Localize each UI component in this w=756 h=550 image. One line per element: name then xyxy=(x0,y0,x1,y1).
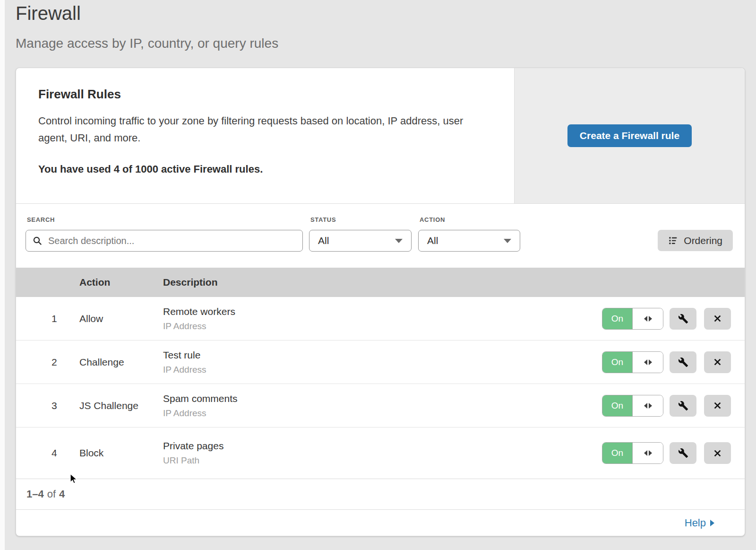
pagination-total: 4 xyxy=(59,488,65,500)
overview-text-block: Firewall Rules Control incoming traffic … xyxy=(16,68,514,203)
page-header: Firewall Manage access by IP, country, o… xyxy=(16,3,278,51)
rule-description: Private pages xyxy=(163,440,602,452)
table-row: 2 Challenge Test rule IP Address On xyxy=(16,340,745,384)
delete-rule-button[interactable] xyxy=(704,308,731,330)
rule-controls: On xyxy=(602,395,745,417)
search-icon xyxy=(33,236,42,245)
firewall-rules-usage: You have used 4 of 1000 active Firewall … xyxy=(38,163,486,175)
action-select[interactable]: All xyxy=(418,230,520,252)
toggle-on-label: On xyxy=(602,352,632,373)
close-icon xyxy=(713,448,722,458)
rule-priority: 1 xyxy=(16,313,79,324)
toggle-arrows-icon[interactable] xyxy=(632,308,663,329)
ordering-list-icon xyxy=(668,236,678,245)
close-icon xyxy=(713,401,722,410)
table-header: Action Description xyxy=(16,268,745,297)
pagination-of: of xyxy=(47,488,56,500)
toggle-on-label: On xyxy=(602,443,632,463)
chevron-down-icon xyxy=(395,239,403,243)
ordering-button[interactable]: Ordering xyxy=(658,230,733,251)
action-select-value: All xyxy=(427,235,438,246)
table-row: 3 JS Challenge Spam comments IP Address … xyxy=(16,384,745,428)
overview-section: Firewall Rules Control incoming traffic … xyxy=(16,68,745,204)
column-description: Description xyxy=(163,277,745,288)
status-select[interactable]: All xyxy=(309,230,412,252)
help-link[interactable]: Help xyxy=(685,517,714,529)
close-icon xyxy=(713,357,722,367)
rule-priority: 2 xyxy=(16,357,79,368)
action-label: ACTION xyxy=(420,216,520,223)
rule-priority: 4 xyxy=(16,447,79,459)
rule-action: Block xyxy=(79,447,163,459)
delete-rule-button[interactable] xyxy=(704,395,731,417)
rule-description: Spam comments xyxy=(163,393,602,404)
filter-bar: SEARCH STATUS All ACTION All xyxy=(16,204,745,268)
firewall-rules-heading: Firewall Rules xyxy=(38,87,486,102)
delete-rule-button[interactable] xyxy=(704,442,731,464)
page-subtitle: Manage access by IP, country, or query r… xyxy=(16,36,278,51)
firewall-rules-card: Firewall Rules Control incoming traffic … xyxy=(16,68,745,536)
toggle-on-label: On xyxy=(602,308,632,329)
rule-target: IP Address xyxy=(163,408,602,419)
search-box[interactable] xyxy=(26,230,303,252)
table-row: 4 Block Private pages URI Path On xyxy=(16,428,745,479)
rule-target: IP Address xyxy=(163,321,602,332)
status-label: STATUS xyxy=(310,216,412,223)
ordering-button-label: Ordering xyxy=(684,235,722,246)
edit-rule-button[interactable] xyxy=(670,442,696,464)
wrench-icon xyxy=(678,357,688,367)
page-title: Firewall xyxy=(16,3,278,24)
rule-action: Challenge xyxy=(79,357,163,368)
create-firewall-rule-button[interactable]: Create a Firewall rule xyxy=(567,124,692,147)
wrench-icon xyxy=(678,448,688,458)
table-row: 1 Allow Remote workers IP Address On xyxy=(16,297,745,340)
rule-priority: 3 xyxy=(16,400,79,411)
cta-panel: Create a Firewall rule xyxy=(514,68,745,203)
status-group: STATUS All xyxy=(309,216,412,268)
help-link-label: Help xyxy=(685,517,706,529)
toggle-arrows-icon[interactable] xyxy=(632,443,663,463)
toggle-arrows-icon[interactable] xyxy=(632,352,663,373)
rule-description: Test rule xyxy=(163,349,602,361)
rule-action: Allow xyxy=(79,313,163,324)
pagination-range: 1–4 xyxy=(26,488,44,500)
close-icon xyxy=(713,314,722,323)
pagination: 1–4 of 4 xyxy=(16,479,745,509)
rule-description: Remote workers xyxy=(163,306,602,317)
rule-target: IP Address xyxy=(163,365,602,375)
rule-target: URI Path xyxy=(163,455,602,466)
rule-toggle[interactable]: On xyxy=(602,395,663,417)
action-group: ACTION All xyxy=(418,216,520,268)
rule-action: JS Challenge xyxy=(79,400,163,411)
edit-rule-button[interactable] xyxy=(670,395,696,417)
wrench-icon xyxy=(678,314,688,324)
rule-toggle[interactable]: On xyxy=(602,308,663,330)
column-action: Action xyxy=(79,277,163,288)
toggle-on-label: On xyxy=(602,395,632,416)
search-input[interactable] xyxy=(47,235,296,247)
rule-toggle[interactable]: On xyxy=(602,351,663,373)
card-footer: Help xyxy=(16,509,745,536)
chevron-right-icon xyxy=(710,520,714,526)
chevron-down-icon xyxy=(504,239,511,243)
edit-rule-button[interactable] xyxy=(670,308,696,330)
firewall-rules-description: Control incoming traffic to your zone by… xyxy=(38,113,486,147)
rules-table-body: 1 Allow Remote workers IP Address On xyxy=(16,297,745,479)
search-label: SEARCH xyxy=(27,216,303,223)
toggle-arrows-icon[interactable] xyxy=(632,395,663,416)
status-select-value: All xyxy=(318,235,329,246)
edit-rule-button[interactable] xyxy=(670,351,696,373)
rule-controls: On xyxy=(602,442,745,464)
rule-controls: On xyxy=(602,351,745,373)
wrench-icon xyxy=(678,401,688,411)
left-edge-strip xyxy=(0,0,5,550)
rule-toggle[interactable]: On xyxy=(602,442,663,464)
delete-rule-button[interactable] xyxy=(704,351,731,373)
rule-controls: On xyxy=(602,308,745,330)
search-group: SEARCH xyxy=(26,216,303,268)
